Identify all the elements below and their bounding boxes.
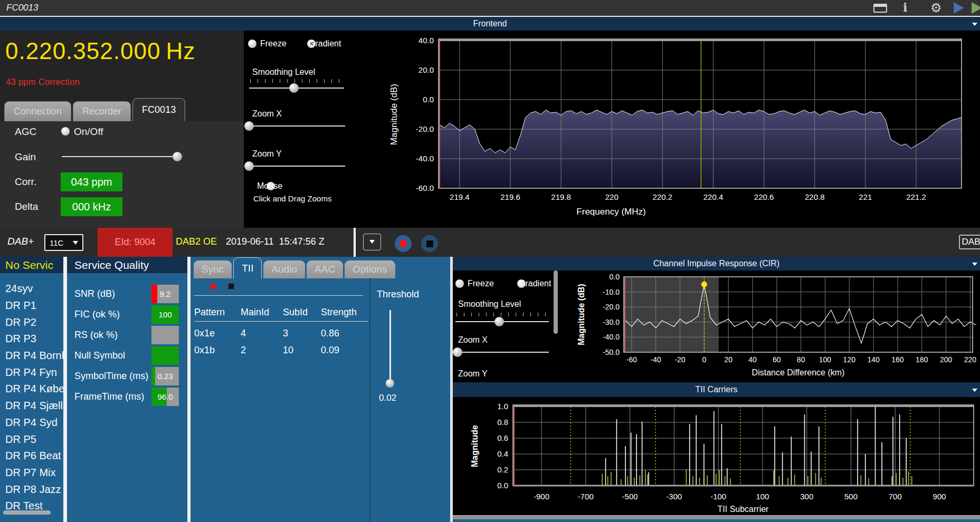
smoothing-label: Smoothing Level (252, 67, 315, 77)
delta-value-box: 000 kHz (61, 197, 122, 216)
cir-zoomx-slider[interactable] (454, 347, 549, 357)
chevron-down-icon[interactable] (972, 23, 977, 26)
slider-thumb[interactable] (289, 83, 299, 93)
service-item[interactable]: DR P4 Bornh (0, 347, 63, 364)
tuner-tabs: ConnectionRecorderFC0013 (4, 98, 187, 121)
svg-text:0.8: 0.8 (497, 418, 508, 427)
zoomx-label: Zoom X (252, 109, 282, 119)
freeze-radio[interactable] (248, 40, 256, 48)
quality-indicator-fill (151, 346, 179, 365)
service-item[interactable]: DR P3 (0, 331, 63, 347)
window-icon[interactable] (873, 4, 887, 13)
service-item[interactable]: DR P8 Jazz (0, 481, 63, 498)
svg-text:120: 120 (843, 355, 856, 364)
service-item[interactable]: DR P6 Beat (0, 448, 63, 465)
tii-table-cell: 0x1b (194, 345, 241, 356)
slider-thumb[interactable] (453, 347, 462, 357)
agc-toggle-label: On/Off (74, 126, 103, 138)
gain-slider[interactable] (62, 152, 182, 161)
ensemble-label: DAB2 OE (176, 236, 217, 247)
tab-sync[interactable]: Sync (194, 260, 232, 278)
slider-thumb[interactable] (173, 152, 182, 161)
tii-table-row[interactable]: 0x1b2100.09 (194, 345, 368, 356)
record-options-dropdown[interactable] (363, 234, 381, 250)
quality-row-label: RS (ok %) (74, 330, 118, 341)
spectrum-plot[interactable]: 219.4219.6219.8220220.2220.4220.6220.822… (325, 31, 980, 228)
stop-icon (426, 240, 433, 247)
svg-text:200: 200 (940, 355, 953, 364)
service-item[interactable]: DR P1 (0, 297, 63, 314)
tab-connection[interactable]: Connection (4, 101, 71, 121)
ppm-correction-text: 43 ppm Correction (6, 77, 80, 88)
quality-indicator: 100 (151, 305, 179, 324)
svg-text:Magnitude (dB): Magnitude (dB) (577, 284, 586, 345)
service-item[interactable]: DR P4 Syd (0, 414, 63, 431)
chevron-down-icon (369, 240, 375, 246)
divider (194, 295, 363, 296)
service-item[interactable]: DR P4 Fyn (0, 364, 63, 381)
chevron-down-icon[interactable] (972, 389, 977, 392)
quality-value: 96.0 (151, 392, 179, 401)
stop-indicator-icon[interactable] (228, 283, 234, 289)
titlebar-icons (859, 0, 980, 16)
gear-icon[interactable] (930, 1, 942, 15)
svg-text:-10.0: -10.0 (603, 288, 620, 296)
service-item[interactable]: DR P4 Køber (0, 381, 63, 398)
frequency-unit: Hz (166, 38, 195, 64)
tii-carriers-plot[interactable]: -900-700-500-300-1001003005007009001.00.… (453, 397, 980, 515)
service-item[interactable]: DR P5 (0, 431, 63, 448)
svg-text:220: 220 (964, 355, 977, 364)
horizontal-scrollbar[interactable] (3, 510, 51, 515)
horizontal-scrollbar[interactable] (453, 515, 980, 519)
threshold-slider-thumb[interactable] (386, 379, 394, 388)
tii-table-cell: 10 (283, 345, 321, 356)
tii-table-cell: 4 (241, 328, 283, 339)
service-item[interactable]: 24syv (0, 281, 63, 297)
quality-row: RS (ok %) (67, 326, 187, 344)
dab-mode-label: DAB (962, 237, 980, 247)
service-item[interactable]: DR P7 Mix (0, 465, 63, 481)
tab-audio[interactable]: Audio (263, 260, 305, 278)
tab-options[interactable]: Options (345, 260, 395, 278)
vertical-scrollbar[interactable] (554, 270, 558, 334)
quality-indicator: 0.23 (151, 367, 179, 385)
svg-text:300: 300 (800, 492, 813, 501)
cir-freeze-radio[interactable] (455, 279, 464, 288)
cir-plot[interactable]: -60-40-200204060801001201401601802002200… (563, 270, 980, 382)
tab-fc0013[interactable]: FC0013 (132, 98, 185, 121)
record-button[interactable] (395, 235, 412, 252)
svg-text:Magnitude (dB): Magnitude (dB) (389, 84, 399, 145)
tab-recorder[interactable]: Recorder (73, 101, 131, 121)
divider (354, 228, 356, 257)
agc-toggle-radio[interactable] (61, 127, 70, 136)
cir-zoomy-label: Zoom Y (458, 369, 488, 379)
cir-header-title: Channel Impulse Response (CIR) (653, 259, 779, 268)
tii-table-cell: 0.86 (321, 328, 368, 339)
service-item[interactable]: DR P2 (0, 314, 63, 331)
slider-tickmarks (456, 313, 550, 316)
threshold-slider[interactable] (389, 310, 391, 383)
play-blue-icon[interactable] (954, 2, 964, 14)
tab-tii[interactable]: TII (233, 257, 262, 278)
quality-indicator (151, 326, 179, 344)
service-item[interactable]: DR P4 Sjælla (0, 398, 63, 414)
svg-text:-40.0: -40.0 (603, 333, 620, 341)
channel-select[interactable]: 11C (44, 234, 83, 251)
chevron-down-icon[interactable] (972, 263, 977, 266)
cir-body: Freeze Gradient Smoothing Level Zoom X Z… (453, 270, 980, 382)
cir-smoothing-slider[interactable] (455, 317, 549, 326)
record-indicator-icon[interactable] (210, 284, 216, 289)
cir-zoomx-label: Zoom X (458, 335, 488, 345)
slider-thumb[interactable] (494, 317, 504, 326)
play-green-icon[interactable] (972, 2, 980, 14)
slider-thumb[interactable] (244, 161, 254, 171)
info-icon[interactable] (903, 1, 907, 14)
service-quality-header: Service Quality (67, 257, 187, 273)
quality-value: 100 (151, 310, 179, 319)
svg-text:-40.0: -40.0 (416, 154, 434, 163)
tab-aac[interactable]: AAC (307, 260, 343, 278)
gain-label: Gain (15, 151, 36, 163)
stop-button[interactable] (421, 235, 438, 252)
slider-thumb[interactable] (244, 121, 254, 131)
tii-table-row[interactable]: 0x1e430.86 (194, 328, 368, 339)
